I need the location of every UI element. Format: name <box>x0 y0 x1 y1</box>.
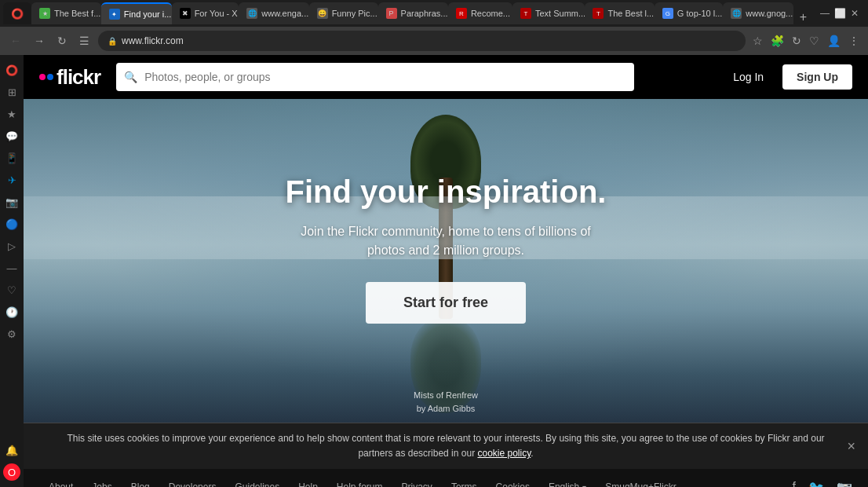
tab-1[interactable]: ★ The Best f... × <box>31 2 101 24</box>
window-controls: — ⬜ ✕ <box>814 8 865 19</box>
cookie-banner: This site uses cookies to improve your e… <box>24 423 868 469</box>
tab-7[interactable]: R Recome... × <box>448 2 512 24</box>
tab-8-icon: T <box>520 8 531 19</box>
tab-10-label: G top-10 l... <box>677 9 722 18</box>
twitter-icon[interactable]: 🐦 <box>808 480 824 487</box>
minimize-btn[interactable]: — <box>820 8 830 19</box>
sidebar-minus-icon[interactable]: — <box>3 259 20 276</box>
instagram-icon[interactable]: 📷 <box>837 480 852 487</box>
tab-9[interactable]: T The Best l... × <box>585 2 654 24</box>
back-button[interactable]: ← <box>6 32 25 49</box>
browser-toolbar: ← → ↻ ☰ 🔒 ☆ 🧩 ↻ ♡ 👤 ⋮ <box>0 27 868 55</box>
tab-2-icon: ✦ <box>109 9 120 20</box>
sidebar-arrow-icon[interactable]: ▷ <box>3 237 20 254</box>
main-content: flickr 🔍 Log In Sign Up Find <box>24 55 868 487</box>
flickr-nav-right: Log In Sign Up <box>724 64 852 90</box>
new-tab-button[interactable]: + <box>793 10 813 24</box>
menu-icon[interactable]: ⋮ <box>846 32 862 49</box>
sidebar-opera-icon[interactable]: O <box>3 463 20 481</box>
sidebar-instagram-icon[interactable]: 📷 <box>3 193 20 211</box>
footer-link-privacy[interactable]: Privacy <box>392 482 442 487</box>
sidebar-heart-icon[interactable]: ♡ <box>3 281 20 298</box>
url-input[interactable] <box>122 35 736 46</box>
sidebar-history-icon[interactable]: 🕐 <box>3 303 20 320</box>
footer-link-help-forum[interactable]: Help forum <box>327 482 392 487</box>
profile-icon[interactable]: 👤 <box>825 32 843 49</box>
flickr-dot-pink <box>39 74 46 80</box>
tab-5[interactable]: 😄 Funny Pic... × <box>309 2 378 24</box>
cookie-period: . <box>531 448 533 459</box>
search-icon: 🔍 <box>124 71 137 83</box>
tab-4-icon: 🌐 <box>246 8 257 19</box>
browser-sidebar: ⭕ ⊞ ★ 💬 📱 ✈ 📷 🔵 ▷ — ♡ 🕐 ⚙ 🔔 O <box>0 55 24 487</box>
footer-link-help[interactable]: Help <box>289 482 327 487</box>
tab-5-icon: 😄 <box>317 8 328 19</box>
tab-8-label: Text Summ... <box>535 9 585 18</box>
footer-link-jobs[interactable]: Jobs <box>82 482 121 487</box>
sidebar-whatsapp-icon[interactable]: 📱 <box>3 149 20 167</box>
footer-smugmug-label: SmugMug+Flickr. <box>596 482 687 487</box>
heart-icon[interactable]: ♡ <box>807 32 822 49</box>
maximize-btn[interactable]: ⬜ <box>834 8 846 19</box>
footer-link-developers[interactable]: Developers <box>159 482 226 487</box>
hero-section: Find your inspiration. Join the Flickr c… <box>24 99 868 423</box>
sidebar-messenger-icon[interactable]: 💬 <box>3 127 20 145</box>
tab-11[interactable]: 🌐 www.gnog... × <box>723 2 793 24</box>
extensions-icon[interactable]: 🧩 <box>768 32 786 49</box>
cookie-policy-link[interactable]: cookie policy <box>477 448 531 459</box>
close-btn[interactable]: ✕ <box>851 8 859 19</box>
footer-language-label: English <box>549 482 579 487</box>
sidebar-speed-dial-icon[interactable]: ⊞ <box>3 83 20 101</box>
search-input[interactable] <box>116 63 634 91</box>
chevron-down-icon: ▾ <box>582 483 586 487</box>
tab-10-icon: G <box>662 8 673 19</box>
forward-button[interactable]: → <box>30 32 49 49</box>
photo-credit: Mists of Renfrew by Adam Gibbs <box>414 389 478 415</box>
footer-language-selector[interactable]: English ▾ <box>539 482 596 487</box>
home-button[interactable]: ☰ <box>75 32 93 49</box>
tab-6[interactable]: P Paraphras... × <box>378 2 448 24</box>
flickr-footer: About Jobs Blog Developers Guidelines He… <box>24 469 868 487</box>
photo-author: by Adam Gibbs <box>414 402 478 416</box>
footer-link-terms[interactable]: Terms <box>442 482 487 487</box>
footer-link-blog[interactable]: Blog <box>122 482 159 487</box>
cookie-text: This site uses cookies to improve your e… <box>67 433 824 459</box>
sidebar-settings-icon[interactable]: ⚙ <box>3 325 20 342</box>
tab-4[interactable]: 🌐 www.enga... × <box>239 2 308 24</box>
toolbar-icons: ☆ 🧩 ↻ ♡ 👤 ⋮ <box>750 32 862 49</box>
browser-window: ⭕ ★ The Best f... × ✦ Find your i... × ✖… <box>0 0 868 55</box>
reload-button[interactable]: ↻ <box>53 32 71 49</box>
sidebar-bookmark-icon[interactable]: ★ <box>3 105 20 123</box>
hero-text: Find your inspiration. Join the Flickr c… <box>286 174 607 324</box>
cookie-close-button[interactable]: × <box>847 438 855 455</box>
tab-2[interactable]: ✦ Find your i... × <box>101 2 172 24</box>
tab-11-label: www.gnog... <box>746 9 793 18</box>
sidebar-vk-icon[interactable]: 🔵 <box>3 215 20 233</box>
footer-link-guidelines[interactable]: Guidelines <box>225 482 289 487</box>
tab-7-label: Recome... <box>471 9 510 18</box>
tab-10[interactable]: G G top-10 l... × <box>655 2 724 24</box>
login-button[interactable]: Log In <box>724 66 773 88</box>
footer-link-cookies[interactable]: Cookies <box>487 482 539 487</box>
tab-bar: ⭕ ★ The Best f... × ✦ Find your i... × ✖… <box>0 0 868 27</box>
sidebar-home-icon[interactable]: ⭕ <box>3 61 20 79</box>
flickr-dot-blue <box>47 74 53 80</box>
refresh-icon[interactable]: ↻ <box>790 32 804 49</box>
tab-6-icon: P <box>386 8 397 19</box>
tab-6-label: Paraphras... <box>401 9 448 18</box>
address-bar[interactable]: 🔒 <box>98 31 746 51</box>
tab-opera-icon[interactable]: ⭕ <box>3 2 31 24</box>
flickr-search[interactable]: 🔍 <box>116 63 634 91</box>
flickr-wordmark: flickr <box>57 65 100 90</box>
bookmark-toolbar-icon[interactable]: ☆ <box>750 32 765 49</box>
facebook-icon[interactable]: f <box>793 480 796 487</box>
start-free-button[interactable]: Start for free <box>366 282 526 324</box>
sidebar-telegram-icon[interactable]: ✈ <box>3 171 20 189</box>
tab-8[interactable]: T Text Summ... × <box>512 2 585 24</box>
tab-3[interactable]: ✖ For You - X × <box>172 2 239 24</box>
hero-title: Find your inspiration. <box>286 174 607 210</box>
sidebar-notification-icon[interactable]: 🔔 <box>3 441 20 459</box>
footer-link-about[interactable]: About <box>39 482 82 487</box>
tab-11-icon: 🌐 <box>731 8 742 19</box>
signup-button[interactable]: Sign Up <box>782 64 852 90</box>
